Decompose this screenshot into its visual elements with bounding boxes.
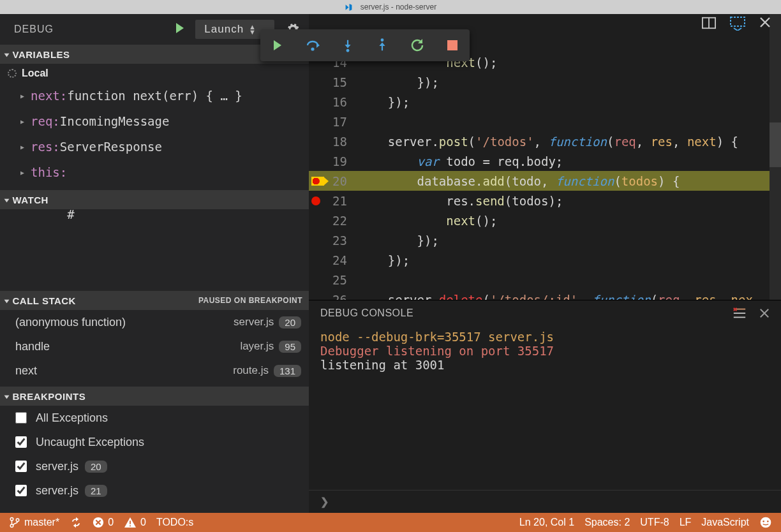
chevron-right-icon: ▶ [20, 169, 24, 176]
sidebar-title: DEBUG [14, 24, 54, 35]
variable-row[interactable]: ▶next: function next(err) { … } [0, 83, 309, 108]
code-line[interactable]: 15 }); [309, 72, 781, 92]
code-line[interactable]: 20 database.add(todo, function(todos) { [309, 171, 781, 191]
frame-name: (anonymous function) [15, 316, 126, 329]
code-line[interactable]: 16 }); [309, 92, 781, 112]
start-debug-button[interactable] [176, 23, 184, 36]
warnings-count[interactable]: 0 [124, 517, 146, 528]
window-title: server.js - node-server [361, 3, 436, 11]
step-out-button[interactable] [374, 37, 390, 54]
git-branch[interactable]: master* [9, 517, 59, 528]
code-line[interactable]: 17 [309, 112, 781, 131]
breakpoint-row[interactable]: server.js21 [0, 478, 309, 503]
line-number: 21 [309, 194, 359, 208]
svg-point-16 [762, 521, 764, 522]
toggle-layout-icon[interactable] [730, 17, 745, 31]
breakpoint-label: All Exceptions [36, 411, 108, 425]
variable-row[interactable]: ▶this: # [0, 159, 309, 185]
code-line[interactable]: 26 server.delete('/todos/:id', function(… [309, 290, 781, 300]
section-callstack[interactable]: ▾ CALL STACK PAUSED ON BREAKPOINT [0, 291, 309, 310]
errors-number: 0 [108, 517, 114, 528]
breakpoint-label: server.js [36, 460, 78, 473]
line-number: 18 [309, 135, 359, 149]
chevron-down-icon: ▾ [4, 297, 10, 304]
line-number: 19 [309, 154, 359, 168]
stack-frame[interactable]: nextroute.js131 [0, 358, 309, 383]
clear-console-icon[interactable] [733, 307, 747, 320]
code-line[interactable]: 24 }); [309, 250, 781, 270]
restart-button[interactable] [409, 37, 426, 54]
breakpoint-checkbox[interactable] [15, 461, 27, 472]
cursor-position[interactable]: Ln 20, Col 1 [519, 517, 574, 528]
variable-name: req: [31, 114, 60, 128]
breakpoint-line: 20 [85, 461, 107, 473]
breakpoint-row[interactable]: Uncaught Exceptions [0, 430, 309, 454]
breakpoint-checkbox[interactable] [15, 485, 27, 496]
frame-file: server.js [234, 316, 279, 329]
language-mode[interactable]: JavaScript [701, 517, 749, 528]
line-number: 26 [309, 293, 359, 300]
split-editor-icon[interactable] [702, 17, 716, 31]
line-number: 23 [309, 233, 359, 248]
console-line: node --debug-brk=35517 server.js [320, 330, 770, 344]
close-icon[interactable] [759, 17, 771, 31]
console-input[interactable]: ❯ [309, 490, 781, 513]
line-number: 16 [309, 95, 359, 109]
breakpoint-checkbox[interactable] [15, 412, 27, 424]
code-line[interactable]: 21 res.send(todos); [309, 191, 781, 211]
breakpoint-checkbox[interactable] [15, 436, 27, 448]
close-panel-icon[interactable] [759, 308, 770, 318]
code-line[interactable]: 22 next(); [309, 211, 781, 230]
section-breakpoints[interactable]: ▾ BREAKPOINTS [0, 387, 309, 406]
eol[interactable]: LF [680, 517, 692, 528]
dropdown-arrows-icon: ▲▼ [249, 24, 257, 34]
variables-label: VARIABLES [13, 49, 70, 60]
step-into-button[interactable] [339, 37, 356, 54]
breakpoint-label: Uncaught Exceptions [36, 436, 144, 449]
stack-frame[interactable]: handlelayer.js95 [0, 334, 309, 358]
encoding[interactable]: UTF-8 [640, 517, 669, 528]
breakpoint-row[interactable]: server.js20 [0, 454, 309, 478]
console-line: listening at 3001 [320, 358, 770, 372]
code-line[interactable]: 19 var todo = req.body; [309, 151, 781, 171]
section-watch[interactable]: ▾ WATCH [0, 190, 309, 209]
line-number: 15 [309, 75, 359, 89]
debug-toolbar [260, 29, 470, 61]
frame-name: next [15, 364, 37, 378]
loading-icon [8, 69, 17, 78]
svg-point-17 [767, 521, 769, 522]
indentation[interactable]: Spaces: 2 [584, 517, 630, 528]
continue-button[interactable] [269, 37, 286, 54]
svg-rect-13 [130, 521, 131, 524]
console-line: Debugger listening on port 35517 [320, 344, 770, 358]
line-number: 25 [309, 273, 359, 287]
stop-button[interactable] [444, 37, 461, 54]
frame-line: 20 [279, 316, 301, 329]
svg-point-0 [311, 47, 314, 50]
minimap-scrollbar[interactable] [770, 14, 781, 300]
frame-name: handle [15, 340, 50, 353]
window-titlebar: server.js - node-server [0, 0, 781, 14]
code-line[interactable]: 23 }); [309, 230, 781, 250]
variable-name: this: [31, 165, 67, 179]
step-over-button[interactable] [304, 37, 321, 54]
code-line[interactable]: 18 server.post('/todos', function(req, r… [309, 131, 781, 151]
variable-name: res: [31, 140, 60, 154]
svg-point-10 [10, 524, 13, 528]
chevron-down-icon: ▾ [4, 393, 10, 400]
feedback-icon[interactable] [759, 516, 772, 529]
chevron-right-icon: ▶ [20, 92, 24, 100]
warnings-number: 0 [140, 517, 146, 528]
errors-count[interactable]: 0 [93, 517, 114, 528]
status-bar: master* 0 0 TODO:s Ln 20, Col 1 Spaces: … [0, 513, 781, 532]
stack-frame[interactable]: (anonymous function)server.js20 [0, 310, 309, 334]
code-line[interactable]: 25 [309, 270, 781, 290]
scope-local[interactable]: Local [0, 64, 309, 83]
line-number: 17 [309, 115, 359, 129]
frame-file: layer.js [240, 340, 279, 353]
variable-name: next: [31, 89, 67, 103]
breakpoint-row[interactable]: All Exceptions [0, 406, 309, 430]
todos[interactable]: TODO:s [156, 517, 193, 528]
line-number: 20 [309, 174, 359, 188]
sync-icon[interactable] [70, 517, 82, 528]
